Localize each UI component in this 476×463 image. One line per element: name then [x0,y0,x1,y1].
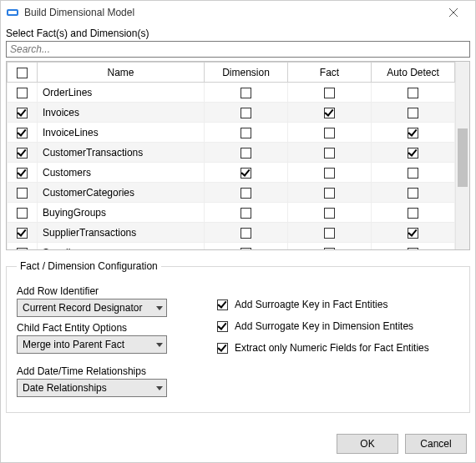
surrogate-dim-label: Add Surrogate Key in Dimension Entites [235,320,413,332]
row-dimension-checkbox[interactable] [241,208,251,219]
select-all-checkbox[interactable] [17,68,28,78]
cancel-button[interactable]: Cancel [405,434,467,454]
table-row[interactable]: Invoices [8,103,455,123]
surrogate-fact-label: Add Surroagte Key in Fact Entities [235,299,387,310]
close-icon [449,8,458,17]
row-select-checkbox[interactable] [17,128,28,138]
dialog-footer: OK Cancel [1,425,475,462]
row-name: Customers [38,163,205,183]
row-fact-checkbox[interactable] [324,188,335,199]
row-fact-checkbox[interactable] [324,208,335,219]
surrogate-fact-checkbox[interactable] [217,299,228,310]
window-title: Build Dimensional Model [24,7,437,18]
config-legend: Fact / Dimension Configuration [17,260,161,272]
table-scrollbar[interactable] [455,62,469,249]
child-fact-combo[interactable]: Merge into Parent Fact [17,335,167,354]
surrogate-dim-checkbox[interactable] [217,321,228,332]
row-autodetect-checkbox[interactable] [408,148,418,159]
row-fact-checkbox[interactable] [324,248,335,249]
row-fact-checkbox[interactable] [324,148,335,159]
row-autodetect-checkbox[interactable] [408,108,418,118]
row-autodetect-checkbox[interactable] [408,248,418,249]
row-fact-checkbox[interactable] [324,128,335,138]
row-select-checkbox[interactable] [17,228,28,239]
datetime-value: Date Relationships [23,382,107,394]
select-facts-label: Select Fact(s) and Dimension(s) [1,24,475,41]
row-fact-checkbox[interactable] [324,168,335,179]
row-name: CustomerCategories [38,183,205,203]
table-row[interactable]: Customers [8,163,455,183]
row-fact-checkbox[interactable] [324,228,335,239]
header-name[interactable]: Name [38,63,205,83]
numeric-only-checkbox[interactable] [217,343,228,354]
table-row[interactable]: CustomerCategories [8,183,455,203]
row-fact-checkbox[interactable] [324,88,335,98]
table-row[interactable]: InvoiceLines [8,123,455,143]
app-icon [6,6,19,19]
row-id-value: Current Record Designator [23,302,142,314]
row-autodetect-checkbox[interactable] [408,168,418,179]
row-select-checkbox[interactable] [17,248,28,249]
row-name: OrderLines [38,83,205,103]
row-dimension-checkbox[interactable] [241,128,251,138]
titlebar: Build Dimensional Model [1,1,475,24]
row-dimension-checkbox[interactable] [241,228,251,239]
row-select-checkbox[interactable] [17,188,28,199]
table-row[interactable]: SupplierTransactions [8,223,455,243]
chevron-down-icon [156,343,163,347]
table-row[interactable]: CustomerTransactions [8,143,455,163]
row-select-checkbox[interactable] [17,148,28,159]
row-select-checkbox[interactable] [17,168,28,179]
chevron-down-icon [156,306,163,310]
close-button[interactable] [437,1,470,24]
scrollbar-thumb[interactable] [458,128,468,187]
search-input[interactable] [6,41,470,58]
row-dimension-checkbox[interactable] [241,248,251,249]
row-autodetect-checkbox[interactable] [408,228,418,239]
header-select-all[interactable] [8,63,38,83]
header-dimension[interactable]: Dimension [205,63,288,83]
row-name: Invoices [38,103,205,123]
table-row[interactable]: Suppliers [8,243,455,250]
row-id-label: Add Row Identifier [17,285,184,297]
row-id-combo[interactable]: Current Record Designator [17,299,167,317]
datetime-label: Add Date/Time Relationships [17,365,184,377]
header-autodetect[interactable]: Auto Detect [372,63,455,83]
row-dimension-checkbox[interactable] [241,168,251,179]
svg-rect-1 [8,11,17,14]
header-fact[interactable]: Fact [288,63,372,83]
row-dimension-checkbox[interactable] [241,188,251,199]
row-select-checkbox[interactable] [17,108,28,118]
row-autodetect-checkbox[interactable] [408,128,418,138]
chevron-down-icon [156,386,163,390]
numeric-only-label: Extract only Numeric Fields for Fact Ent… [235,342,429,354]
row-name: BuyingGroups [38,203,205,223]
row-name: SupplierTransactions [38,223,205,243]
row-select-checkbox[interactable] [17,88,28,98]
row-dimension-checkbox[interactable] [241,148,251,159]
row-name: Suppliers [38,243,205,250]
row-dimension-checkbox[interactable] [241,88,251,98]
row-autodetect-checkbox[interactable] [408,188,418,199]
entities-table: Name Dimension Fact Auto Detect OrderLin… [6,61,470,250]
child-fact-label: Child Fact Entity Options [17,322,184,334]
row-name: CustomerTransactions [38,143,205,163]
row-fact-checkbox[interactable] [324,108,335,118]
child-fact-value: Merge into Parent Fact [23,339,124,350]
row-autodetect-checkbox[interactable] [408,208,418,219]
ok-button[interactable]: OK [337,434,398,454]
table-row[interactable]: BuyingGroups [8,203,455,223]
row-autodetect-checkbox[interactable] [408,88,418,98]
row-select-checkbox[interactable] [17,208,28,219]
table-row[interactable]: OrderLines [8,83,455,103]
row-name: InvoiceLines [38,123,205,143]
config-group: Fact / Dimension Configuration Add Row I… [6,260,470,413]
datetime-combo[interactable]: Date Relationships [17,379,167,397]
row-dimension-checkbox[interactable] [241,108,251,118]
